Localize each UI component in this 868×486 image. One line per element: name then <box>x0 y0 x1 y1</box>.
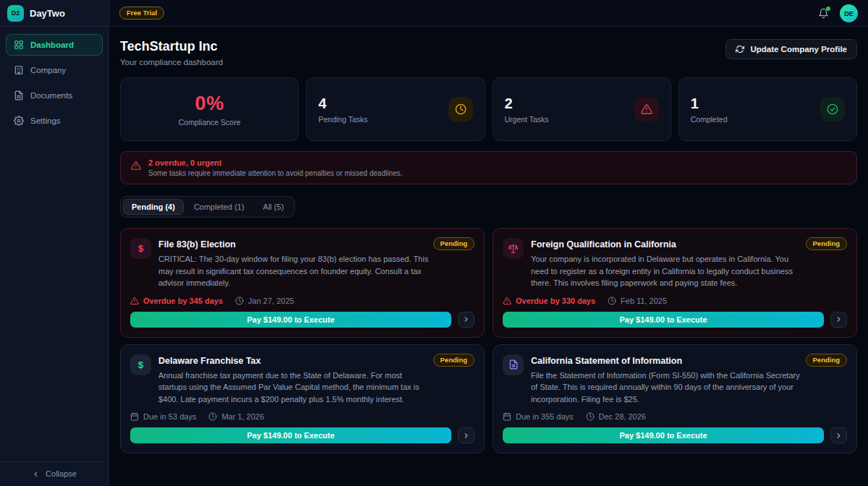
completed-value: 1 <box>691 95 728 112</box>
chevron-left-icon <box>32 470 40 478</box>
tab-all[interactable]: All (5) <box>255 199 293 215</box>
task-filter-tabs: Pending (4) Completed (1) All (5) <box>120 196 295 218</box>
tasks-grid: Pending $ File 83(b) Election CRITICAL: … <box>120 228 857 453</box>
due-date: Jan 27, 2025 <box>248 297 294 305</box>
task-card-83b-election: Pending $ File 83(b) Election CRITICAL: … <box>120 228 485 338</box>
task-card-foreign-qualification: Pending Foreign Qualification in Califor… <box>493 228 857 338</box>
collapse-sidebar-button[interactable]: Collapse <box>0 461 109 486</box>
alert-triangle-icon <box>130 297 139 305</box>
app-logo: D2 <box>7 5 24 22</box>
status-badge: Pending <box>433 237 475 250</box>
sidebar: D2 DayTwo Dashboard Company Documents S <box>0 0 109 486</box>
task-details-button[interactable] <box>830 427 847 443</box>
pay-to-execute-button[interactable]: Pay $149.00 to Execute <box>130 427 451 443</box>
stat-text: 4 Pending Tasks <box>318 95 367 124</box>
update-company-profile-button[interactable]: Update Company Profile <box>726 39 857 59</box>
date-meta: Dec 28, 2026 <box>586 412 646 421</box>
collapse-label: Collapse <box>46 469 77 478</box>
sidebar-item-company[interactable]: Company <box>6 59 103 81</box>
stat-text: 2 Urgent Tasks <box>505 95 549 124</box>
header-titles: TechStartup Inc Your compliance dashboar… <box>120 39 223 67</box>
document-icon <box>14 90 24 101</box>
dashboard-grid-icon <box>14 40 24 50</box>
free-trial-badge: Free Trial <box>119 7 164 20</box>
urgent-tasks-value: 2 <box>505 95 549 112</box>
task-meta: Due in 53 days Mar 1, 2026 <box>130 405 475 427</box>
check-circle-icon <box>820 97 845 122</box>
task-description: Annual franchise tax payment due to the … <box>158 370 430 406</box>
clock-icon <box>608 297 616 305</box>
pay-to-execute-button[interactable]: Pay $149.00 to Execute <box>503 312 824 328</box>
pay-to-execute-button[interactable]: Pay $149.00 to Execute <box>130 312 451 328</box>
tab-pending[interactable]: Pending (4) <box>123 199 184 215</box>
task-meta: Overdue by 345 days Jan 27, 2025 <box>130 289 475 312</box>
task-card-delaware-franchise-tax: Pending $ Delaware Franchise Tax Annual … <box>120 344 485 454</box>
clock-icon <box>208 412 217 421</box>
main-content: TechStartup Inc Your compliance dashboar… <box>109 27 868 486</box>
sidebar-nav: Dashboard Company Documents Settings <box>0 27 109 132</box>
pay-to-execute-button[interactable]: Pay $149.00 to Execute <box>503 427 824 443</box>
tab-completed[interactable]: Completed (1) <box>185 199 253 215</box>
brand-name: DayTwo <box>30 8 65 19</box>
task-details-button[interactable] <box>458 427 475 443</box>
due-status: Due in 53 days <box>143 412 196 421</box>
status-badge: Pending <box>433 354 475 367</box>
stat-card-urgent-tasks: 2 Urgent Tasks <box>493 77 671 141</box>
sidebar-item-settings[interactable]: Settings <box>6 110 103 132</box>
clock-icon <box>235 297 244 305</box>
urgent-tasks-label: Urgent Tasks <box>505 115 549 124</box>
task-head: $ Delaware Franchise Tax Annual franchis… <box>130 354 475 406</box>
status-badge: Pending <box>806 354 847 367</box>
task-text: Foreign Qualification in California Your… <box>531 238 802 289</box>
task-text: California Statement of Information File… <box>531 354 802 406</box>
topbar-right: DE <box>818 4 858 22</box>
task-title: California Statement of Information <box>531 356 802 366</box>
sidebar-item-dashboard[interactable]: Dashboard <box>6 34 103 56</box>
stat-card-pending-tasks: 4 Pending Tasks <box>306 77 485 141</box>
task-description: CRITICAL: The 30-day window for filing y… <box>158 253 430 289</box>
due-status: Overdue by 330 days <box>516 297 595 305</box>
overdue-alert-banner: 2 overdue, 0 urgent Some tasks require i… <box>120 151 857 184</box>
building-icon <box>14 65 24 75</box>
task-card-ca-statement-of-information: Pending California Statement of Informat… <box>493 344 857 454</box>
alert-triangle-icon <box>503 297 511 305</box>
overdue-meta: Overdue by 345 days <box>130 297 223 305</box>
task-title: Delaware Franchise Tax <box>158 356 430 366</box>
stat-text: 1 Completed <box>691 95 728 124</box>
notifications-button[interactable] <box>818 8 829 19</box>
file-icon <box>503 354 524 375</box>
due-status: Overdue by 345 days <box>143 297 223 305</box>
due-date: Feb 11, 2025 <box>621 297 667 305</box>
task-actions: Pay $149.00 to Execute <box>503 427 847 443</box>
dollar-icon: $ <box>130 238 151 259</box>
sidebar-item-label: Settings <box>30 116 61 125</box>
task-actions: Pay $149.00 to Execute <box>130 427 475 443</box>
task-title: File 83(b) Election <box>158 239 430 250</box>
date-meta: Feb 11, 2025 <box>608 297 667 305</box>
compliance-score-label: Compliance Score <box>179 118 241 127</box>
content-header: TechStartup Inc Your compliance dashboar… <box>120 39 857 67</box>
task-details-button[interactable] <box>830 312 847 328</box>
scales-icon <box>503 238 524 259</box>
task-actions: Pay $149.00 to Execute <box>503 312 847 328</box>
overdue-meta: Overdue by 330 days <box>503 297 595 305</box>
task-actions: Pay $149.00 to Execute <box>130 312 475 328</box>
dollar-icon: $ <box>130 354 151 375</box>
task-meta: Overdue by 330 days Feb 11, 2025 <box>503 289 847 312</box>
date-meta: Mar 1, 2026 <box>208 412 264 421</box>
sidebar-item-documents[interactable]: Documents <box>6 85 103 106</box>
task-head: California Statement of Information File… <box>503 354 847 406</box>
stats-row: 0% Compliance Score 4 Pending Tasks 2 Ur… <box>120 77 857 141</box>
gear-icon <box>14 116 24 126</box>
sidebar-item-label: Dashboard <box>30 40 74 49</box>
task-details-button[interactable] <box>458 312 475 328</box>
due-date: Mar 1, 2026 <box>221 412 264 421</box>
task-text: File 83(b) Election CRITICAL: The 30-day… <box>158 238 430 289</box>
due-meta: Due in 53 days <box>130 412 196 421</box>
pending-tasks-label: Pending Tasks <box>318 115 367 124</box>
completed-label: Completed <box>691 115 728 124</box>
sidebar-item-label: Company <box>30 66 66 74</box>
task-meta: Due in 355 days Dec 28, 2026 <box>503 405 847 427</box>
pending-tasks-value: 4 <box>318 95 367 112</box>
avatar[interactable]: DE <box>840 4 858 22</box>
